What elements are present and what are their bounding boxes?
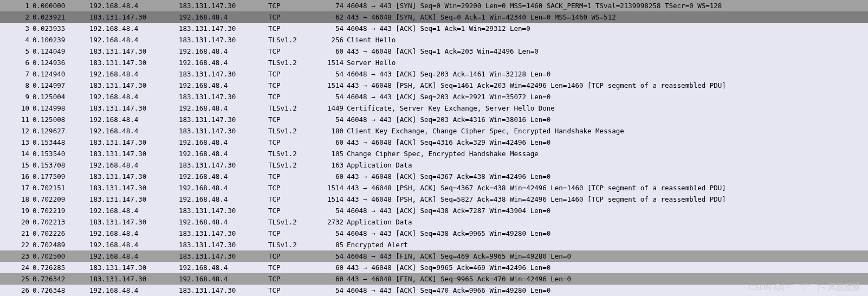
packet-row[interactable]: 220.702489192.168.48.4183.131.147.30TLSv… (0, 239, 868, 250)
col-dest: 183.131.147.30 (179, 23, 268, 34)
col-no: 18 (0, 194, 33, 205)
col-source: 183.131.147.30 (89, 171, 179, 182)
col-no: 26 (0, 285, 33, 296)
col-protocol: TCP (268, 171, 320, 182)
col-length: 54 (320, 91, 346, 102)
col-time: 0.702226 (33, 228, 89, 239)
col-no: 24 (0, 262, 33, 273)
col-info: 443 → 46048 [ACK] Seq=1 Ack=203 Win=4249… (346, 46, 868, 57)
col-no: 1 (0, 0, 33, 11)
col-protocol: TCP (268, 285, 320, 296)
col-dest: 183.131.147.30 (179, 159, 268, 171)
col-protocol: TCP (268, 23, 320, 34)
col-source: 183.131.147.30 (89, 182, 179, 194)
packet-row[interactable]: 110.125008192.168.48.4183.131.147.30TCP5… (0, 114, 868, 125)
col-dest: 183.131.147.30 (179, 239, 268, 250)
col-length: 1514 (320, 80, 346, 91)
packet-row[interactable]: 120.129627192.168.48.4183.131.147.30TLSv… (0, 125, 868, 137)
packet-row[interactable]: 20.023921183.131.147.30192.168.48.4TCP62… (0, 11, 868, 23)
col-length: 163 (320, 159, 346, 171)
col-source: 192.168.48.4 (89, 159, 179, 171)
col-info: 46048 → 443 [ACK] Seq=470 Ack=9966 Win=4… (346, 285, 868, 296)
col-dest: 192.168.48.4 (179, 46, 268, 57)
packet-row[interactable]: 200.702213183.131.147.30192.168.48.4TLSv… (0, 216, 868, 228)
packet-row[interactable]: 240.726285183.131.147.30192.168.48.4TCP6… (0, 262, 868, 273)
packet-row[interactable]: 140.153540183.131.147.30192.168.48.4TLSv… (0, 148, 868, 159)
col-info: 443 → 46048 [PSH, ACK] Seq=5827 Ack=438 … (346, 194, 868, 205)
col-time: 0.124940 (33, 68, 89, 80)
col-no: 16 (0, 171, 33, 182)
packet-row[interactable]: 230.702500192.168.48.4183.131.147.30TCP5… (0, 250, 868, 262)
col-time: 0.124997 (33, 80, 89, 91)
col-dest: 192.168.48.4 (179, 80, 268, 91)
col-length: 1514 (320, 57, 346, 68)
col-dest: 192.168.48.4 (179, 194, 268, 205)
col-length: 62 (320, 11, 346, 23)
packet-list[interactable]: 10.000000192.168.48.4183.131.147.30TCP74… (0, 0, 868, 296)
col-info: Change Cipher Spec, Encrypted Handshake … (346, 148, 868, 159)
col-source: 192.168.48.4 (89, 239, 179, 250)
packet-row[interactable]: 80.124997183.131.147.30192.168.48.4TCP15… (0, 80, 868, 91)
packet-row[interactable]: 170.702151183.131.147.30192.168.48.4TCP1… (0, 182, 868, 194)
col-no: 11 (0, 114, 33, 125)
col-protocol: TCP (268, 11, 320, 23)
col-length: 54 (320, 250, 346, 262)
col-time: 0.726285 (33, 262, 89, 273)
col-protocol: TLSv1.2 (268, 216, 320, 228)
col-source: 192.168.48.4 (89, 68, 179, 80)
col-info: 443 → 46048 [PSH, ACK] Seq=1461 Ack=203 … (346, 80, 868, 91)
col-info: Application Data (346, 159, 868, 171)
packet-row[interactable]: 90.125004192.168.48.4183.131.147.30TCP54… (0, 91, 868, 102)
col-no: 12 (0, 125, 33, 137)
packet-row[interactable]: 50.124049183.131.147.30192.168.48.4TCP60… (0, 46, 868, 57)
packet-row[interactable]: 30.023935192.168.48.4183.131.147.30TCP54… (0, 23, 868, 34)
col-dest: 192.168.48.4 (179, 171, 268, 182)
col-dest: 192.168.48.4 (179, 102, 268, 114)
col-source: 183.131.147.30 (89, 148, 179, 159)
packet-row[interactable]: 250.726342183.131.147.30192.168.48.4TCP6… (0, 273, 868, 285)
col-protocol: TLSv1.2 (268, 57, 320, 68)
col-time: 0.124998 (33, 102, 89, 114)
col-info: 46048 → 443 [ACK] Seq=438 Ack=7287 Win=4… (346, 205, 868, 216)
packet-row[interactable]: 100.124998183.131.147.30192.168.48.4TLSv… (0, 102, 868, 114)
col-no: 10 (0, 102, 33, 114)
col-source: 183.131.147.30 (89, 46, 179, 57)
col-no: 15 (0, 159, 33, 171)
packet-row[interactable]: 130.153448183.131.147.30192.168.48.4TCP6… (0, 137, 868, 148)
packet-row[interactable]: 70.124940192.168.48.4183.131.147.30TCP54… (0, 68, 868, 80)
packet-row[interactable]: 150.153708192.168.48.4183.131.147.30TLSv… (0, 159, 868, 171)
packet-row[interactable]: 60.124936183.131.147.30192.168.48.4TLSv1… (0, 57, 868, 68)
col-no: 14 (0, 148, 33, 159)
packet-row[interactable]: 260.726348192.168.48.4183.131.147.30TCP5… (0, 285, 868, 296)
col-source: 183.131.147.30 (89, 262, 179, 273)
packet-row[interactable]: 180.702209183.131.147.30192.168.48.4TCP1… (0, 194, 868, 205)
col-length: 54 (320, 205, 346, 216)
packet-row[interactable]: 160.177509183.131.147.30192.168.48.4TCP6… (0, 171, 868, 182)
col-time: 0.702151 (33, 182, 89, 194)
col-protocol: TLSv1.2 (268, 102, 320, 114)
col-dest: 192.168.48.4 (179, 11, 268, 23)
col-dest: 192.168.48.4 (179, 137, 268, 148)
col-dest: 183.131.147.30 (179, 228, 268, 239)
col-length: 2732 (320, 216, 346, 228)
packet-row[interactable]: 210.702226192.168.48.4183.131.147.30TCP5… (0, 228, 868, 239)
col-info: Client Hello (346, 34, 868, 46)
packet-row[interactable]: 190.702219192.168.48.4183.131.147.30TCP5… (0, 205, 868, 216)
col-time: 0.125008 (33, 114, 89, 125)
col-protocol: TCP (268, 0, 320, 11)
col-info: Application Data (346, 216, 868, 228)
col-dest: 192.168.48.4 (179, 273, 268, 285)
col-length: 54 (320, 228, 346, 239)
col-time: 0.726348 (33, 285, 89, 296)
col-time: 0.177509 (33, 171, 89, 182)
col-info: 46048 → 443 [ACK] Seq=203 Ack=2921 Win=3… (346, 91, 868, 102)
col-info: 46048 → 443 [SYN] Seq=0 Win=29200 Len=0 … (346, 0, 868, 11)
col-no: 6 (0, 57, 33, 68)
packet-row[interactable]: 10.000000192.168.48.4183.131.147.30TCP74… (0, 0, 868, 11)
col-source: 183.131.147.30 (89, 11, 179, 23)
col-length: 60 (320, 46, 346, 57)
col-source: 192.168.48.4 (89, 0, 179, 11)
packet-row[interactable]: 40.100239192.168.48.4183.131.147.30TLSv1… (0, 34, 868, 46)
col-source: 183.131.147.30 (89, 80, 179, 91)
col-source: 183.131.147.30 (89, 137, 179, 148)
